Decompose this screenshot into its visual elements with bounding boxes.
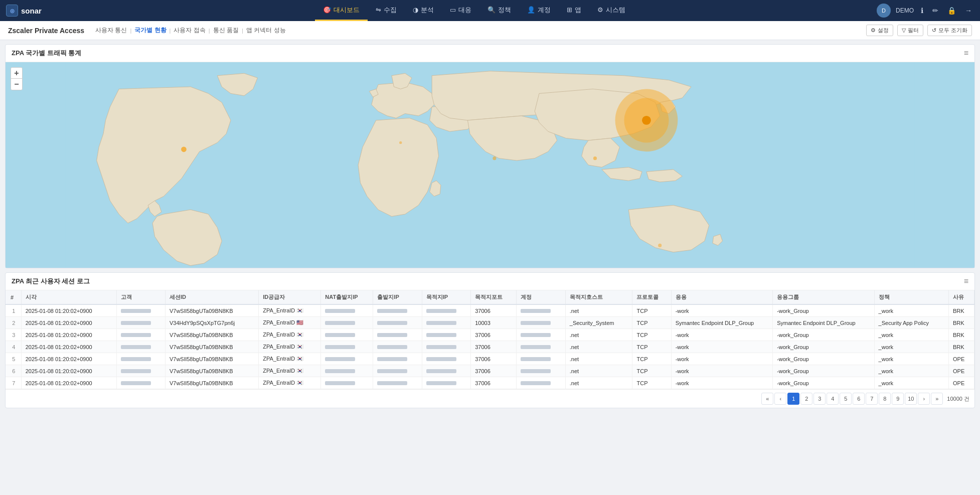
main-content: ZPA 국가별 트래픽 통계 ≡ + − [0, 40, 980, 416]
table-cell: .net [565, 377, 632, 389]
page-6-button[interactable]: 6 [853, 393, 865, 405]
page-8-button[interactable]: 8 [879, 393, 891, 405]
avatar: D [877, 4, 891, 18]
table-cell: 2025-01-08 01:20:02+0900 [21, 329, 116, 341]
table-cell: -work_Group [773, 329, 874, 341]
nav-system[interactable]: ⚙ 시스템 [589, 0, 633, 21]
zoom-out-button[interactable]: − [11, 79, 22, 90]
col-dst-port: 목적지포트 [471, 290, 517, 304]
page-first-button[interactable]: « [761, 393, 773, 405]
table-cell [422, 304, 470, 317]
reset-icon: ↺ [932, 27, 936, 34]
logout-icon[interactable]: → [963, 5, 974, 17]
table-cell [321, 329, 373, 341]
nav-respond[interactable]: ▭ 대응 [442, 0, 479, 21]
nav-policy[interactable]: 🔍 정책 [479, 0, 519, 21]
lock-icon[interactable]: 🔒 [945, 5, 958, 17]
table-cell: 37006 [471, 304, 517, 317]
page-9-button[interactable]: 9 [892, 393, 904, 405]
page-1-button[interactable]: 1 [787, 393, 799, 405]
table-cell: TCP [632, 377, 671, 389]
sub-nav-quality[interactable]: 통신 품질 [210, 26, 242, 35]
page-2-button[interactable]: 2 [800, 393, 812, 405]
table-cell [373, 317, 422, 329]
settings-icon: ⚙ [871, 27, 876, 34]
table-cell: -work [671, 377, 772, 389]
table-cell [321, 317, 373, 329]
sub-nav-connector[interactable]: 앱 커넥터 성능 [243, 26, 289, 35]
filter-button[interactable]: ▽ 필터 [897, 25, 923, 36]
table-cell: _work [874, 365, 948, 377]
table-cell: -work_Group [773, 304, 874, 317]
table-cell: OPE [949, 365, 974, 377]
table-cell: V7wSIl58bgUTa09BN8KB [165, 353, 258, 365]
table-cell: TCP [632, 365, 671, 377]
svg-point-6 [593, 156, 597, 160]
sub-nav-user-traffic[interactable]: 사용자 통신 [92, 26, 130, 35]
table-row: 12025-01-08 01:20:02+0900V7wSIl58bgUTa09… [6, 304, 974, 317]
table-cell: 7 [6, 377, 21, 389]
table-cell: 37006 [471, 341, 517, 353]
table-cell: -work_Group [773, 341, 874, 353]
table-cell [517, 353, 565, 365]
zoom-in-button[interactable]: + [11, 68, 22, 79]
page-7-button[interactable]: 7 [866, 393, 878, 405]
nav-analyze[interactable]: ◑ 분석 [405, 0, 442, 21]
table-cell [517, 377, 565, 389]
map-panel-title: ZPA 국가별 트래픽 통계 [12, 49, 81, 58]
page-prev-button[interactable]: ‹ [774, 393, 786, 405]
sub-nav-user-access[interactable]: 사용자 접속 [171, 26, 208, 35]
nav-app-label: 앱 [575, 6, 581, 15]
table-cell [517, 365, 565, 377]
nav-account-label: 계정 [538, 6, 551, 15]
filter-icon: ▽ [902, 27, 906, 34]
page-4-button[interactable]: 4 [827, 393, 839, 405]
edit-icon[interactable]: ✏ [930, 5, 940, 17]
table-row: 42025-01-08 01:20:02+0900V7wSIl58bgUTa09… [6, 341, 974, 353]
reset-button[interactable]: ↺ 모두 조기화 [927, 25, 972, 36]
table-cell: ZPA_EntraID 🇰🇷 [259, 304, 321, 317]
page-5-button[interactable]: 5 [840, 393, 852, 405]
nav-app[interactable]: ⊞ 앱 [559, 0, 589, 21]
col-dst-ip: 목적지IP [422, 290, 470, 304]
nav-collect[interactable]: ⇋ 수집 [368, 0, 405, 21]
table-cell: _Security_System [565, 317, 632, 329]
sub-nav-country[interactable]: 국가별 현황 [131, 26, 169, 35]
table-cell [116, 329, 165, 341]
table-cell: 2 [6, 317, 21, 329]
settings-button[interactable]: ⚙ 설정 [866, 25, 893, 36]
page-last-button[interactable]: » [931, 393, 943, 405]
app-logo[interactable]: ◎ sonar [6, 5, 61, 17]
table-cell: .net [565, 341, 632, 353]
page-next-button[interactable]: › [918, 393, 930, 405]
collect-icon: ⇋ [376, 6, 381, 14]
table-cell: TCP [632, 317, 671, 329]
col-id-provider: ID공급자 [259, 290, 321, 304]
table-cell [422, 317, 470, 329]
table-cell: 2025-01-08 01:20:02+0900 [21, 317, 116, 329]
map-container: + − [6, 62, 974, 268]
app-icon: ⊞ [567, 6, 572, 14]
table-cell: 10003 [471, 317, 517, 329]
table-cell [373, 341, 422, 353]
table-cell [373, 353, 422, 365]
table-cell: TCP [632, 304, 671, 317]
table-cell [373, 329, 422, 341]
table-cell: .net [565, 365, 632, 377]
page-3-button[interactable]: 3 [813, 393, 826, 405]
table-cell: 2025-01-08 01:20:02+0900 [21, 377, 116, 389]
page-10-button[interactable]: 10 [905, 393, 917, 405]
table-cell: _work [874, 377, 948, 389]
col-session-id: 세션ID [165, 290, 258, 304]
map-panel-menu-icon[interactable]: ≡ [964, 49, 968, 58]
table-row: 32025-01-08 01:20:02+0900V7wSIl58bgUTa09… [6, 329, 974, 341]
col-time: 시각 [21, 290, 116, 304]
table-cell [321, 353, 373, 365]
table-cell: 2025-01-08 01:20:02+0900 [21, 365, 116, 377]
nav-dashboard[interactable]: 🎯 대시보드 [315, 0, 368, 21]
table-cell: V7wSIl58bgUTa09BN8KB [165, 329, 258, 341]
nav-account[interactable]: 👤 계정 [519, 0, 559, 21]
table-panel-menu-icon[interactable]: ≡ [964, 277, 968, 286]
info-icon[interactable]: ℹ [919, 5, 925, 17]
svg-point-7 [658, 244, 662, 247]
